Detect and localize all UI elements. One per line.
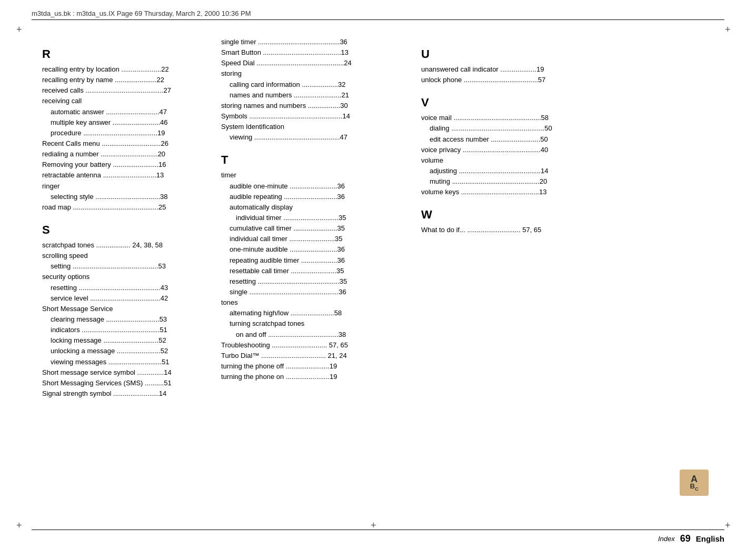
section-letter-r: R <box>42 47 211 61</box>
entry-text: locking message ........................… <box>42 335 211 346</box>
index-entry: adjusting ..............................… <box>421 166 558 176</box>
entry-text: tones <box>221 297 411 308</box>
index-entry: road map ...............................… <box>42 202 211 213</box>
footer-index-label: Index <box>658 535 675 543</box>
index-entry: security options <box>42 272 211 282</box>
entry-text: road map ...............................… <box>42 202 211 213</box>
corner-mark-top-right <box>727 26 738 37</box>
corner-mark-bottom-right <box>727 522 738 533</box>
column-left: Rrecalling entry by location ...........… <box>37 37 216 522</box>
section-letter-u: U <box>421 47 558 61</box>
content-area: Rrecalling entry by location ...........… <box>37 37 719 522</box>
index-entry: calling card information ...............… <box>221 79 411 90</box>
footer-bar: Index 69 English <box>32 530 724 544</box>
index-entry: individual timer .......................… <box>221 213 411 223</box>
entry-text: Symbols ................................… <box>221 111 411 122</box>
index-entry: recalling entry by name ................… <box>42 75 211 85</box>
entry-text: setting ................................… <box>42 261 211 272</box>
index-entry: single timer ...........................… <box>221 37 411 47</box>
entry-text: Signal strength symbol .................… <box>42 388 211 399</box>
entry-text: one-minute audible .....................… <box>221 244 411 255</box>
entry-text: viewing messages .......................… <box>42 357 211 367</box>
index-entry: one-minute audible .....................… <box>221 244 411 255</box>
section-letter-w: W <box>421 208 558 222</box>
entry-text: Short Message Service <box>42 304 211 314</box>
corner-mark-bottom-left <box>18 522 29 533</box>
entry-text: unlocking a message ....................… <box>42 346 211 356</box>
entry-text: individual timer .......................… <box>221 213 411 223</box>
index-entry: timer <box>221 170 411 181</box>
section-letter-s: S <box>42 223 211 237</box>
index-entry: Short message service symbol ...........… <box>42 367 211 378</box>
header-text: m3tda_us.bk : m3tda_us.IX Page 69 Thursd… <box>32 9 251 17</box>
entry-text: audible repeating ......................… <box>221 192 411 202</box>
index-entry: Signal strength symbol .................… <box>42 388 211 399</box>
index-entry: repeating audible timer ................… <box>221 255 411 266</box>
index-entry: names and numbers ......................… <box>221 90 411 101</box>
index-entry: single .................................… <box>221 287 411 297</box>
entry-text: procedure ..............................… <box>42 128 211 138</box>
entry-text: Recent Calls menu ......................… <box>42 138 211 149</box>
index-entry: multiple key answer ....................… <box>42 117 211 128</box>
footer-page-number: 69 <box>680 533 691 544</box>
index-entry: resetting ..............................… <box>42 283 211 293</box>
entry-text: audible one-minute .....................… <box>221 181 411 192</box>
index-entry: ringer <box>42 181 211 192</box>
entry-text: security options <box>42 272 211 282</box>
index-entry: voice mail .............................… <box>421 113 558 123</box>
index-entry: alternating high/low ...................… <box>221 308 411 318</box>
entry-text: multiple key answer ....................… <box>42 117 211 128</box>
index-entry: redialing a number .....................… <box>42 149 211 159</box>
column-right: Uunanswered call indicator .............… <box>416 37 563 522</box>
index-entry: Smart Button ...........................… <box>221 47 411 58</box>
entry-text: scrolling speed <box>42 251 211 261</box>
index-entry: audible one-minute .....................… <box>221 181 411 192</box>
entry-text: edit access number .....................… <box>421 134 558 145</box>
index-entry: resetting ..............................… <box>221 276 411 287</box>
index-entry: cumulative call timer ..................… <box>221 223 411 234</box>
entry-text: clearing message .......................… <box>42 314 211 325</box>
index-entry: unlocking a message ....................… <box>42 346 211 356</box>
index-entry: edit access number .....................… <box>421 134 558 145</box>
footer-content: Index 69 English <box>658 533 724 544</box>
entry-text: Short message service symbol ...........… <box>42 367 211 378</box>
entry-text: voice privacy ..........................… <box>421 145 558 155</box>
entry-text: recalling entry by location ............… <box>42 64 211 75</box>
index-entry: voice privacy ..........................… <box>421 145 558 155</box>
entry-text: adjusting ..............................… <box>421 166 558 176</box>
index-entry: Short Message Service <box>42 304 211 314</box>
index-entry: clearing message .......................… <box>42 314 211 325</box>
index-entry: System Identification <box>221 122 411 132</box>
index-entry: automatically display <box>221 202 411 213</box>
index-entry: retractable antenna ....................… <box>42 170 211 181</box>
column-mid: single timer ...........................… <box>216 37 416 522</box>
entry-text: individual call timer ..................… <box>221 234 411 244</box>
index-entry: scrolling speed <box>42 251 211 261</box>
entry-text: receiving call <box>42 96 211 106</box>
index-entry: Turbo Dial™ ............................… <box>221 351 411 361</box>
index-entry: resettable call timer ..................… <box>221 266 411 276</box>
entry-text: recalling entry by name ................… <box>42 75 211 85</box>
entry-text: repeating audible timer ................… <box>221 255 411 266</box>
entry-text: alternating high/low ...................… <box>221 308 411 318</box>
entry-text: dialing ................................… <box>421 123 558 134</box>
entry-text: Troubleshooting ........................… <box>221 340 411 351</box>
abc-text: ABC <box>690 474 699 492</box>
entry-text: viewing ................................… <box>221 132 411 143</box>
entry-text: names and numbers ......................… <box>221 90 411 101</box>
abc-icon-box: ABC <box>680 470 709 496</box>
index-entry: tones <box>221 297 411 308</box>
index-entry: Recent Calls menu ......................… <box>42 138 211 149</box>
entry-text: System Identification <box>221 122 411 132</box>
entry-text: Turbo Dial™ ............................… <box>221 351 411 361</box>
index-entry: audible repeating ......................… <box>221 192 411 202</box>
entry-text: turning the phone off ..................… <box>221 361 411 372</box>
entry-text: single .................................… <box>221 287 411 297</box>
entry-text: redialing a number .....................… <box>42 149 211 159</box>
index-entry: volume <box>421 155 558 166</box>
entry-text: storing <box>221 68 411 79</box>
index-entry: viewing ................................… <box>221 132 411 143</box>
entry-text: resetting ..............................… <box>221 276 411 287</box>
entry-text: on and off .............................… <box>221 330 411 340</box>
index-entry: recalling entry by location ............… <box>42 64 211 75</box>
